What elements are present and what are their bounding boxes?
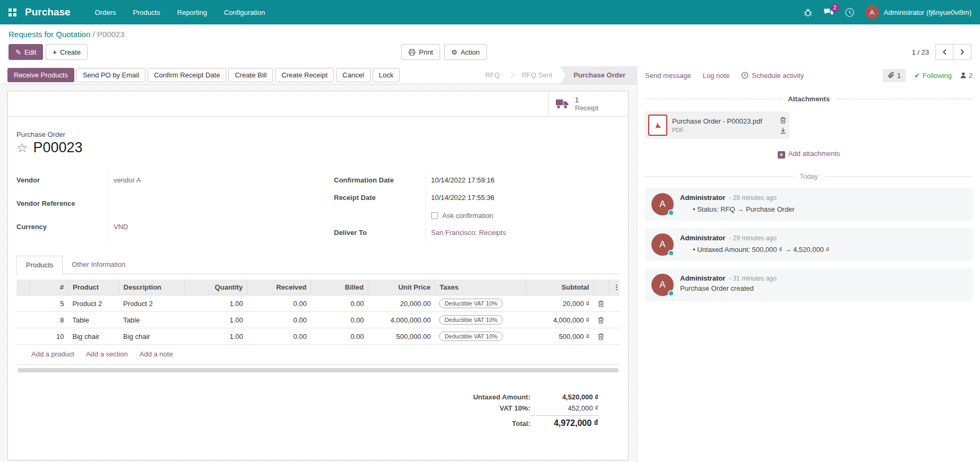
delete-row-icon[interactable] <box>594 295 608 312</box>
confirmation-date-value: 10/14/2022 17:59:16 <box>425 172 620 189</box>
app-title[interactable]: Purchase <box>25 6 71 18</box>
stage-purchase-order[interactable]: Purchase Order <box>560 66 637 84</box>
vendor-value[interactable]: vendor A <box>114 176 141 184</box>
message: A Administrator - 31 minutes ago Purchas… <box>645 268 973 301</box>
create-button[interactable]: + Create <box>46 44 88 60</box>
user-menu[interactable]: A Administrator (fj6nyue0vi9m) <box>865 5 972 19</box>
confirmation-date-label: Confirmation Date <box>334 172 425 189</box>
currency-value[interactable]: VND <box>114 223 128 231</box>
col-quantity[interactable]: Quantity <box>185 280 247 295</box>
following-button[interactable]: ✔ Following <box>914 72 952 80</box>
message: A Administrator - 29 minutes ago • Untax… <box>645 228 973 261</box>
col-taxes[interactable]: Taxes <box>435 280 526 295</box>
currency-label: Currency <box>16 219 108 242</box>
pdf-file-icon <box>648 115 667 136</box>
receive-products-button[interactable]: Receive Products <box>7 68 74 82</box>
total-label: Total: <box>512 420 530 428</box>
col-received[interactable]: Received <box>247 280 311 295</box>
col-unit-price[interactable]: Unit Price <box>368 280 435 295</box>
add-attachments-button[interactable]: +Add attachments <box>645 150 973 159</box>
breadcrumb-parent[interactable]: Requests for Quotation <box>8 30 90 39</box>
pager-next-button[interactable] <box>953 44 972 60</box>
col-description[interactable]: Description <box>119 280 185 295</box>
delete-attachment-icon[interactable] <box>780 117 786 124</box>
notebook-tabs: Products Other Information <box>16 256 620 274</box>
receipt-stat-button[interactable]: 1 Receipt <box>548 91 628 116</box>
debug-bug-icon[interactable] <box>803 7 813 17</box>
avatar: A <box>865 5 879 19</box>
send-po-by-email-button[interactable]: Send PO by Email <box>76 68 145 82</box>
today-label: Today <box>800 172 818 180</box>
followers-button[interactable]: 2 <box>960 72 973 80</box>
total-value: 4,972,000 ₫ <box>530 415 598 428</box>
download-attachment-icon[interactable] <box>780 127 786 134</box>
untaxed-amount-label: Untaxed Amount: <box>473 393 530 401</box>
sheet-background: 1 Receipt Purchase Order ☆ P00023 <box>0 84 637 462</box>
delete-row-icon[interactable] <box>594 328 608 345</box>
menu-products[interactable]: Products <box>126 4 166 21</box>
message-body: • Status: RFQ → Purchase Order <box>680 205 966 213</box>
cancel-button[interactable]: Cancel <box>336 68 370 82</box>
table-row[interactable]: 8 Table Table 1.00 0.00 0.00 4,000,000.0… <box>16 312 620 328</box>
col-number[interactable]: # <box>29 280 68 295</box>
printer-icon <box>408 49 416 56</box>
menu-reporting[interactable]: Reporting <box>171 4 213 21</box>
statusbar: Receive Products Send PO by Email Confir… <box>0 66 637 84</box>
create-bill-button[interactable]: Create Bill <box>228 68 273 82</box>
check-icon: ✔ <box>914 72 920 80</box>
action-button[interactable]: ⚙ Action <box>444 44 487 60</box>
add-a-product-link[interactable]: Add a product <box>31 350 74 358</box>
activities-clock-icon[interactable] <box>845 7 855 18</box>
horizontal-scrollbar[interactable] <box>18 368 618 372</box>
chatter-body: Attachments Purchase Order - P00023.pdf … <box>638 84 980 301</box>
create-receipt-button[interactable]: Create Receipt <box>275 68 334 82</box>
pager-previous-button[interactable] <box>935 44 953 60</box>
col-subtotal[interactable]: Subtotal <box>526 280 594 295</box>
message-author[interactable]: Administrator <box>680 274 725 282</box>
tab-other-information[interactable]: Other Information <box>63 256 134 274</box>
message-author[interactable]: Administrator <box>680 194 725 202</box>
menu-configuration[interactable]: Configuration <box>218 4 271 21</box>
stage-rfq[interactable]: RFQ <box>478 66 507 84</box>
confirm-receipt-date-button[interactable]: Confirm Receipt Date <box>148 68 226 82</box>
delete-row-icon[interactable] <box>594 312 608 328</box>
attachments-toggle-button[interactable]: 1 <box>883 69 906 82</box>
schedule-activity-button[interactable]: Schedule activity <box>741 72 804 80</box>
navbar-right: 2 A Administrator (fj6nyue0vi9m) <box>803 5 972 19</box>
untaxed-amount-value: 4,520,000 ₫ <box>530 393 598 401</box>
ask-confirmation-checkbox[interactable] <box>431 212 438 219</box>
print-button[interactable]: Print <box>401 44 440 60</box>
chatter-toolbar: Send message Log note Schedule activity … <box>638 66 980 84</box>
favorite-star-icon[interactable]: ☆ <box>16 142 28 154</box>
add-a-note-link[interactable]: Add a note <box>140 350 173 358</box>
log-note-button[interactable]: Log note <box>703 72 730 80</box>
avatar: A <box>651 193 674 215</box>
messages-badge: 2 <box>831 4 839 12</box>
receipt-date-label: Receipt Date <box>334 189 425 207</box>
stage-rfq-sent[interactable]: RFQ Sent <box>514 66 560 84</box>
avatar: A <box>651 233 674 256</box>
col-billed[interactable]: Billed <box>311 280 368 295</box>
person-icon <box>960 72 966 79</box>
table-row[interactable]: 10 Big chair Big chair 1.00 0.00 0.00 50… <box>16 328 620 345</box>
menu-orders[interactable]: Orders <box>89 4 123 21</box>
message-author[interactable]: Administrator <box>680 234 725 242</box>
action-button-row: ✎ Edit + Create Print ⚙ Action <box>8 44 972 60</box>
column-options-icon[interactable]: ⋮ <box>609 280 620 295</box>
receipt-label: Receipt <box>575 104 598 112</box>
apps-menu-icon[interactable] <box>8 8 16 16</box>
vat-value: 452,000 ₫ <box>530 404 598 412</box>
receipt-count: 1 <box>575 96 598 104</box>
breadcrumb-current: P00023 <box>97 30 125 39</box>
lock-button[interactable]: Lock <box>373 68 400 82</box>
send-message-button[interactable]: Send message <box>645 72 691 80</box>
deliver-to-value[interactable]: San Francisco: Receipts <box>431 229 506 237</box>
edit-button[interactable]: ✎ Edit <box>8 44 43 60</box>
table-row[interactable]: 5 Product 2 Product 2 1.00 0.00 0.00 20,… <box>16 295 620 312</box>
tab-products[interactable]: Products <box>16 256 63 274</box>
messages-icon[interactable]: 2 <box>823 8 834 17</box>
attachment-card[interactable]: Purchase Order - P00023.pdf PDF <box>645 111 789 139</box>
add-a-section-link[interactable]: Add a section <box>86 350 128 358</box>
online-status-dot <box>668 210 674 216</box>
col-product[interactable]: Product <box>68 280 119 295</box>
